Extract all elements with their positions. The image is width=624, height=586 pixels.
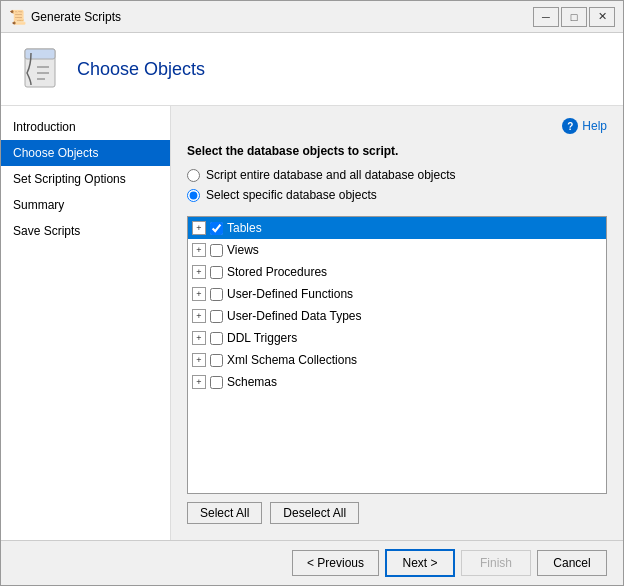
checkbox-schemas[interactable] [210, 376, 223, 389]
page-title: Choose Objects [77, 59, 205, 80]
label-stored-procedures: Stored Procedures [227, 265, 327, 279]
next-button[interactable]: Next > [385, 549, 455, 577]
radio-specific-objects-label: Select specific database objects [206, 188, 377, 202]
label-uddt: User-Defined Data Types [227, 309, 362, 323]
tree-container[interactable]: + Tables + Views + Stored Procedures [187, 216, 607, 494]
cancel-button[interactable]: Cancel [537, 550, 607, 576]
maximize-button[interactable]: □ [561, 7, 587, 27]
expand-tables[interactable]: + [192, 221, 206, 235]
label-udf: User-Defined Functions [227, 287, 353, 301]
tree-item-schemas[interactable]: + Schemas [188, 371, 606, 393]
deselect-all-button[interactable]: Deselect All [270, 502, 359, 524]
tree-item-user-defined-data-types[interactable]: + User-Defined Data Types [188, 305, 606, 327]
close-button[interactable]: ✕ [589, 7, 615, 27]
tree-item-ddl-triggers[interactable]: + DDL Triggers [188, 327, 606, 349]
previous-button[interactable]: < Previous [292, 550, 379, 576]
radio-entire-db-input[interactable] [187, 169, 200, 182]
expand-ddl-triggers[interactable]: + [192, 331, 206, 345]
right-panel: ? Help Select the database objects to sc… [171, 106, 623, 540]
sidebar-item-choose-objects[interactable]: Choose Objects [1, 140, 170, 166]
help-label: Help [582, 119, 607, 133]
tree-item-tables[interactable]: + Tables [188, 217, 606, 239]
minimize-button[interactable]: ─ [533, 7, 559, 27]
label-tables: Tables [227, 221, 262, 235]
checkbox-stored-procedures[interactable] [210, 266, 223, 279]
expand-views[interactable]: + [192, 243, 206, 257]
radio-specific-objects[interactable]: Select specific database objects [187, 188, 607, 202]
sidebar-item-summary[interactable]: Summary [1, 192, 170, 218]
label-views: Views [227, 243, 259, 257]
window-controls: ─ □ ✕ [533, 7, 615, 27]
help-icon: ? [562, 118, 578, 134]
checkbox-uddt[interactable] [210, 310, 223, 323]
expand-schemas[interactable]: + [192, 375, 206, 389]
label-ddl-triggers: DDL Triggers [227, 331, 297, 345]
checkbox-tables[interactable] [210, 222, 223, 235]
window: 📜 Generate Scripts ─ □ ✕ Choose Objects … [0, 0, 624, 586]
expand-udf[interactable]: + [192, 287, 206, 301]
select-buttons: Select All Deselect All [187, 502, 607, 524]
expand-stored-procedures[interactable]: + [192, 265, 206, 279]
title-bar: 📜 Generate Scripts ─ □ ✕ [1, 1, 623, 33]
sidebar-item-set-scripting-options[interactable]: Set Scripting Options [1, 166, 170, 192]
finish-button[interactable]: Finish [461, 550, 531, 576]
svg-rect-1 [25, 49, 55, 59]
app-icon: 📜 [9, 9, 25, 25]
sidebar-item-introduction[interactable]: Introduction [1, 114, 170, 140]
window-title: Generate Scripts [31, 10, 533, 24]
footer: < Previous Next > Finish Cancel [1, 540, 623, 585]
tree-item-stored-procedures[interactable]: + Stored Procedures [188, 261, 606, 283]
header-icon [17, 45, 65, 93]
label-xml-schema: Xml Schema Collections [227, 353, 357, 367]
tree-item-views[interactable]: + Views [188, 239, 606, 261]
sidebar-item-save-scripts[interactable]: Save Scripts [1, 218, 170, 244]
radio-entire-db-label: Script entire database and all database … [206, 168, 456, 182]
checkbox-views[interactable] [210, 244, 223, 257]
checkbox-ddl-triggers[interactable] [210, 332, 223, 345]
checkbox-xml-schema[interactable] [210, 354, 223, 367]
tree-item-xml-schema-collections[interactable]: + Xml Schema Collections [188, 349, 606, 371]
main-content: Introduction Choose Objects Set Scriptin… [1, 106, 623, 540]
radio-group: Script entire database and all database … [187, 168, 607, 208]
expand-xml-schema[interactable]: + [192, 353, 206, 367]
label-schemas: Schemas [227, 375, 277, 389]
help-link[interactable]: ? Help [187, 118, 607, 134]
radio-entire-db[interactable]: Script entire database and all database … [187, 168, 607, 182]
section-label: Select the database objects to script. [187, 144, 607, 158]
select-all-button[interactable]: Select All [187, 502, 262, 524]
expand-uddt[interactable]: + [192, 309, 206, 323]
radio-specific-objects-input[interactable] [187, 189, 200, 202]
header: Choose Objects [1, 33, 623, 106]
sidebar: Introduction Choose Objects Set Scriptin… [1, 106, 171, 540]
tree-item-user-defined-functions[interactable]: + User-Defined Functions [188, 283, 606, 305]
checkbox-udf[interactable] [210, 288, 223, 301]
